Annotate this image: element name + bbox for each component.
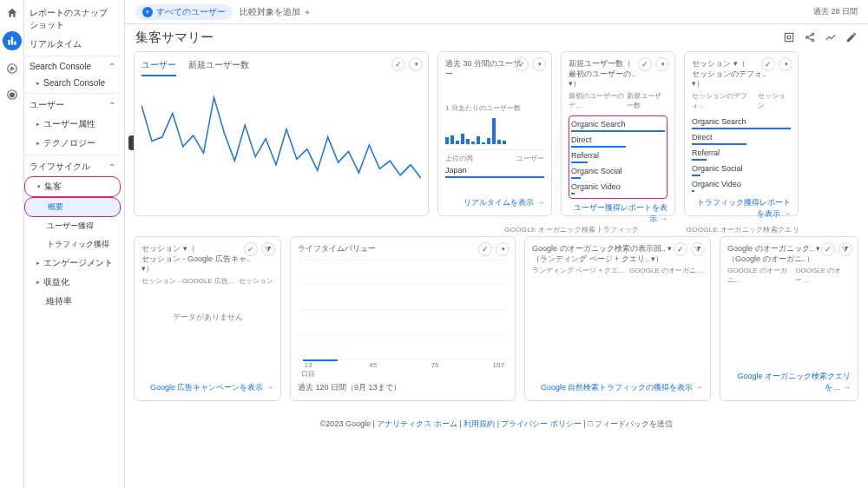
share-icon[interactable] (804, 31, 816, 45)
country-row: Japan (445, 166, 544, 175)
no-data: データがありません (141, 312, 273, 323)
plus-icon: + (142, 7, 153, 17)
more-icon[interactable] (779, 57, 792, 71)
nav-user-acq[interactable]: ユーザー獲得 (24, 217, 121, 235)
svg-rect-0 (8, 40, 10, 45)
traffic-acq-link[interactable]: トラフィック獲得レポートを表示 (692, 197, 791, 220)
check-icon[interactable]: ✓ (761, 57, 775, 71)
nav-snapshot[interactable]: レポートのスナップショット (24, 3, 121, 35)
minute-bars (445, 118, 544, 144)
card-title[interactable]: Google のオーガニック.. ▾（Google のオーガニ..） (727, 244, 832, 264)
nav-user-attr[interactable]: ▸ユーザー属性 (24, 115, 121, 134)
source-item: Organic Search (571, 118, 665, 134)
card-title: ライフタイムバリュー (298, 244, 376, 254)
edit-icon[interactable] (845, 31, 858, 45)
nav-user-group[interactable]: ユーザー⌃ (24, 96, 121, 115)
chevron-up-icon: ⌃ (108, 62, 115, 71)
svg-point-7 (806, 36, 807, 37)
caret-icon: ▸ (36, 80, 40, 87)
source-item: Direct (692, 131, 791, 147)
page-footer: ©2023 Google | アナリティクス ホーム | 利用規約 | プライバ… (134, 410, 859, 439)
main: +すべてのユーザー 比較対象を追加 ＋ 過去 28 日間 集客サマリー ✓ ユー… (125, 0, 868, 488)
page-title: 集客サマリー (135, 30, 783, 46)
nav-search-console[interactable]: ▸Search Console (24, 75, 121, 91)
add-comparison[interactable]: 比較対象を追加 ＋ (240, 6, 312, 18)
footer-link-home[interactable]: アナリティクス ホーム (377, 419, 457, 428)
nav-traffic-acq[interactable]: トラフィック獲得 (24, 235, 121, 254)
card-title[interactable]: セッション ▾（セッションのデフォ.. ▾） (692, 59, 770, 89)
card-title[interactable]: セッション ▾（セッション - Google 広告キャ.. ▾） (141, 244, 254, 274)
line-chart (141, 82, 421, 208)
content: ✓ ユーザー 新規ユーザー数 ✓ 過去 30 分間のユーザー 1 分あたりのユー… (125, 51, 868, 488)
footer-link-privacy[interactable]: プライバシー ポリシー (501, 419, 582, 428)
icon-rail: @ (0, 0, 24, 488)
card-users-trend: ✓ ユーザー 新規ユーザー数 (134, 51, 429, 216)
nav-retention[interactable]: 維持率 (24, 292, 121, 311)
more-icon[interactable] (409, 57, 423, 71)
card-title[interactable]: Google のオーガニック検索の表示回.. ▾（ランディング ページ + クエ… (532, 244, 680, 264)
ltv-footer: 過去 120 日間（9月 13まで） (298, 382, 508, 393)
card-title[interactable]: 新規ユーザー数（最初のユーザーの.. ▾） (569, 59, 647, 89)
footer-link-terms[interactable]: 利用規約 (464, 419, 495, 428)
source-list: Organic SearchDirectReferralOrganic Soci… (569, 115, 667, 199)
user-acq-link[interactable]: ユーザー獲得レポートを表示 (569, 202, 667, 225)
segment-chip[interactable]: +すべてのユーザー (135, 4, 233, 20)
svg-rect-1 (10, 36, 12, 44)
check-icon[interactable]: ✓ (244, 242, 258, 256)
insights-icon[interactable] (825, 31, 837, 45)
topbar: +すべてのユーザー 比較対象を追加 ＋ 過去 28 日間 (125, 0, 868, 24)
card-ltv: ✓ ライフタイムバリュー 13 日目 45 76 107 過去 120 日間（9… (290, 236, 516, 401)
source-item: Organic Search (692, 115, 791, 131)
source-item: Organic Social (571, 165, 665, 181)
more-icon[interactable] (655, 57, 669, 71)
card-google-ads: ✓⧩ セッション ▾（セッション - Google 広告キャ.. ▾） セッショ… (134, 236, 281, 401)
source-item: Organic Video (692, 178, 791, 194)
check-icon[interactable]: ✓ (478, 242, 492, 256)
check-icon[interactable]: ✓ (391, 57, 405, 71)
nav-realtime[interactable]: リアルタイム (24, 35, 121, 54)
tab-users[interactable]: ユーザー (141, 59, 176, 76)
check-icon[interactable]: ✓ (821, 242, 835, 256)
explore-icon[interactable] (4, 61, 20, 76)
titlebar: 集客サマリー (125, 24, 868, 51)
svg-text:@: @ (10, 92, 15, 97)
nav-monetize[interactable]: ▸収益化 (24, 273, 121, 292)
customize-icon[interactable] (783, 31, 795, 45)
check-icon[interactable]: ✓ (515, 57, 529, 71)
nav-lifecycle-group[interactable]: ライフサイクル⌃ (24, 157, 121, 176)
nav-engagement[interactable]: ▸エンゲージメント (24, 254, 121, 273)
realtime-link[interactable]: リアルタイムを表示 (445, 197, 544, 208)
source-item: Referral (571, 149, 665, 165)
card-title: 過去 30 分間のユーザー (445, 59, 523, 79)
nav-tech[interactable]: ▸テクノロジー (24, 134, 121, 153)
reports-icon[interactable] (3, 31, 22, 50)
card-new-users-source: ✓ 新規ユーザー数（最初のユーザーの.. ▾） 最初のユーザーのデ…新規ユーザー… (561, 51, 675, 216)
source-item: Organic Social (692, 162, 791, 178)
svg-point-8 (812, 33, 813, 35)
organic-query-link[interactable]: Google オーガニック検索クエリを… (727, 371, 851, 393)
organic-traffic-link[interactable]: Google 自然検索トラフィックの獲得を表示 (532, 382, 703, 393)
source-item: Direct (571, 134, 665, 149)
nav-search-console-group[interactable]: Search Console⌃ (24, 58, 121, 75)
home-icon[interactable] (4, 5, 20, 21)
ads-link[interactable]: Google 広告キャンペーンを表示 (141, 382, 273, 393)
source-list: Organic SearchDirectReferralOrganic Soci… (692, 115, 791, 194)
more-icon[interactable] (496, 242, 510, 256)
filter-icon[interactable]: ⧩ (261, 242, 275, 256)
card-sessions-source: ✓ セッション ▾（セッションのデフォ.. ▾） セッションのデフォ…セッション… (684, 51, 799, 216)
check-icon[interactable]: ✓ (638, 57, 652, 71)
filter-icon[interactable]: ⧩ (691, 242, 705, 256)
ltv-grid (298, 254, 508, 365)
more-icon[interactable] (532, 57, 546, 71)
filter-icon[interactable]: ⧩ (838, 242, 852, 256)
nav-acquisition[interactable]: ▾集客 (24, 176, 121, 197)
svg-rect-2 (14, 42, 16, 45)
tab-new-users[interactable]: 新規ユーザー数 (188, 59, 249, 76)
footer-feedback[interactable]: フィードバックを送信 (595, 419, 673, 428)
nav-overview[interactable]: 概要 (24, 197, 121, 217)
ads-icon[interactable]: @ (4, 87, 20, 102)
date-range[interactable]: 過去 28 日間 (813, 6, 858, 17)
ltv-axis: 13 日目 45 76 107 (298, 361, 508, 379)
section-label-organic-traffic: GOOGLE オーガニック検索トラフィック (504, 225, 677, 234)
check-icon[interactable]: ✓ (674, 242, 687, 256)
